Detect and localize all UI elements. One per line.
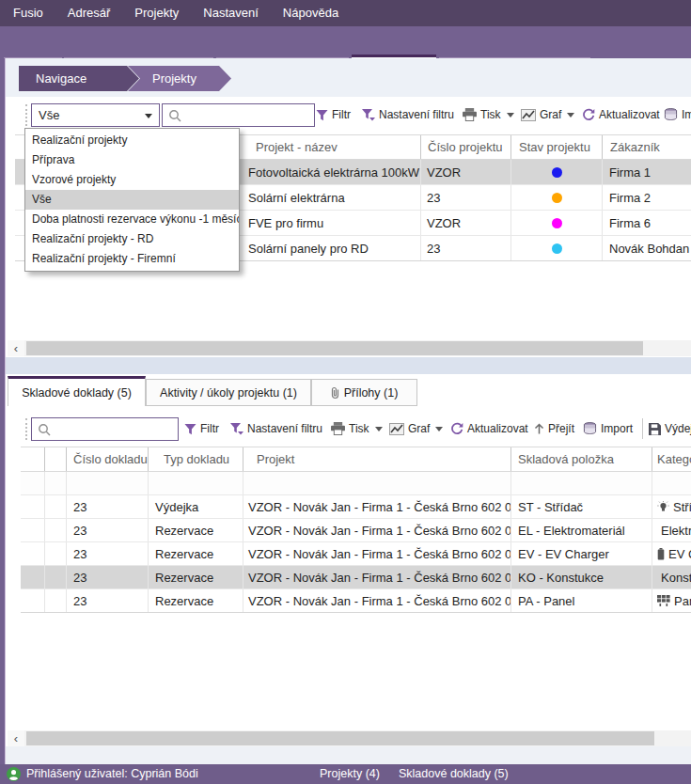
column-header-typ-dokladu[interactable]: Typ dokladu: [148, 447, 243, 471]
import-button[interactable]: Import: [664, 102, 691, 127]
chart-button[interactable]: Graf: [389, 416, 443, 441]
table-row[interactable]: 23 Rezervace VZOR - Novák Jan - Firma 1 …: [21, 542, 691, 566]
dropdown-option[interactable]: Vzorové projekty: [25, 170, 239, 190]
chevron-down-icon[interactable]: [567, 113, 574, 121]
import-button[interactable]: Import: [583, 416, 633, 441]
breadcrumb-navigace[interactable]: Navigace: [19, 66, 139, 91]
vydejka-button[interactable]: Výdejka: [649, 416, 691, 441]
menu-adresar[interactable]: Adresář: [55, 0, 123, 26]
project-customer: Firma 6: [602, 211, 691, 235]
breadcrumb-label: Projekty: [152, 71, 196, 86]
pane-splitter[interactable]: [6, 357, 691, 374]
tab-prilohy[interactable]: Přílohy (1): [311, 379, 417, 406]
refresh-icon: [450, 422, 463, 435]
menu-projekty[interactable]: Projekty: [122, 0, 191, 26]
menu-napoveda[interactable]: Nápověda: [271, 0, 351, 26]
status-dot: [552, 243, 562, 254]
dropdown-option-selected[interactable]: Vše: [25, 190, 239, 210]
menu-nastaveni[interactable]: Nastavení: [191, 0, 271, 26]
button-label: Tisk: [480, 108, 501, 121]
project-filter-combo[interactable]: Vše: [31, 103, 160, 127]
stock-item: KO - Konstukce: [510, 566, 652, 588]
projects-counter: Projekty (4): [320, 764, 380, 784]
print-button[interactable]: Tisk: [463, 102, 514, 127]
combo-value: Vše: [39, 108, 59, 122]
documents-search-box[interactable]: [31, 417, 179, 441]
scrollbar-thumb[interactable]: [26, 341, 643, 355]
column-header-zakaznik[interactable]: Zákazník: [602, 135, 691, 159]
document-project: VZOR - Novák Jan - Firma 1 - Česká Brno …: [243, 589, 510, 612]
breadcrumb-projekty[interactable]: Projekty: [128, 66, 231, 91]
chevron-down-icon[interactable]: [507, 113, 514, 121]
refresh-button[interactable]: Aktualizovat: [582, 102, 660, 127]
document-project: VZOR - Novák Jan - Firma 1 - Česká Brno …: [243, 495, 510, 518]
tab-skladove-doklady-bottom[interactable]: Skladové doklady (5): [8, 376, 146, 406]
button-label: Import: [601, 422, 633, 435]
scroll-left-arrow[interactable]: ‹: [8, 340, 24, 356]
document-project: VZOR - Novák Jan - Firma 1 - Česká Brno …: [243, 542, 510, 565]
project-search-box[interactable]: [162, 103, 315, 127]
funnel-settings-icon: [361, 108, 375, 121]
paperclip-icon: [331, 386, 339, 400]
table-row[interactable]: 23 Rezervace VZOR - Novák Jan - Firma 1 …: [21, 519, 691, 542]
column-header-skladova-polozka[interactable]: Skladová položka: [510, 447, 652, 471]
project-customer: Firma 2: [602, 185, 691, 210]
scrollbar-thumb[interactable]: [26, 731, 654, 745]
button-label: Filtr: [332, 108, 351, 121]
print-button[interactable]: Tisk: [331, 416, 383, 441]
tab-aktivity-ukoly-bottom[interactable]: Aktivity / úkoly projektu (1): [146, 379, 311, 406]
chevron-down-icon[interactable]: [435, 427, 443, 435]
dropdown-option[interactable]: Doba platnosti rezervace výkonu -1 měsíc: [25, 210, 239, 229]
button-label: Výdejka: [665, 422, 691, 435]
table-row[interactable]: 23 Rezervace VZOR - Novák Jan - Firma 1 …: [21, 566, 691, 589]
chevron-down-icon[interactable]: [145, 114, 152, 122]
document-type: Rezervace: [148, 566, 243, 588]
dropdown-option[interactable]: Realizační projekty - Firemní: [25, 249, 239, 269]
document-number: 23: [66, 495, 148, 518]
scroll-left-arrow[interactable]: ‹: [8, 730, 24, 746]
chevron-down-icon[interactable]: [375, 427, 383, 435]
filter-button[interactable]: Filtr: [184, 416, 219, 441]
chart-button[interactable]: Graf: [521, 102, 574, 127]
document-tabstrip: × Sklad / skladové karty × Skladové dokl…: [0, 26, 691, 58]
filter-settings-button[interactable]: Nastavení filtru: [361, 102, 454, 127]
funnel-icon: [184, 423, 196, 435]
database-icon: [583, 422, 597, 435]
menu-fusio[interactable]: Fusio: [1, 0, 55, 26]
dropdown-option[interactable]: Realizační projekty - RD: [25, 229, 239, 249]
column-header-kategorie[interactable]: Kategorie: [652, 447, 691, 471]
new-row-placeholder[interactable]: [21, 472, 691, 495]
refresh-button[interactable]: Aktualizovat: [450, 416, 528, 441]
dropdown-option[interactable]: Příprava: [25, 150, 239, 170]
column-header-projekt-nazev[interactable]: Projekt - název: [238, 135, 420, 159]
tab-label: Aktivity / úkoly projektu (1): [160, 386, 297, 400]
project-name: FVE pro firmu: [238, 211, 420, 235]
project-name: Solární panely pro RD: [238, 236, 420, 260]
refresh-icon: [582, 108, 595, 121]
filter-settings-button[interactable]: Nastavení filtru: [229, 416, 322, 441]
battery-icon: [657, 548, 665, 560]
toolbar-grip[interactable]: [25, 418, 28, 440]
toolbar-separator: [642, 418, 643, 439]
table-row[interactable]: 23 Výdejka VZOR - Novák Jan - Firma 1 - …: [21, 495, 691, 519]
dropdown-option[interactable]: Realizační projekty: [25, 131, 239, 150]
table-row[interactable]: 23 Rezervace VZOR - Novák Jan - Firma 1 …: [21, 589, 691, 613]
column-header-stav-projektu[interactable]: Stav projektu: [510, 135, 602, 159]
category-label: Elektromateriál: [661, 524, 691, 538]
toolbar-grip[interactable]: [25, 104, 28, 126]
category-label: EV Charger: [668, 547, 691, 561]
search-icon: [38, 423, 51, 436]
funnel-icon: [316, 109, 328, 121]
category-label: Konstukce: [661, 571, 691, 585]
search-input[interactable]: [55, 422, 172, 436]
document-type: Rezervace: [148, 519, 243, 541]
search-input[interactable]: [186, 108, 308, 122]
category-label: Střídač: [673, 500, 691, 514]
filter-button[interactable]: Filtr: [316, 102, 351, 127]
column-header-projekt[interactable]: Projekt: [243, 447, 510, 471]
button-label: Nastavení filtru: [247, 422, 322, 435]
column-header-cislo-dokladu[interactable]: Číslo dokladu: [66, 447, 148, 471]
bulb-icon: [657, 501, 669, 513]
column-header-cislo-projektu[interactable]: Číslo projektu: [420, 135, 510, 159]
goto-button[interactable]: Přejít: [534, 416, 574, 441]
